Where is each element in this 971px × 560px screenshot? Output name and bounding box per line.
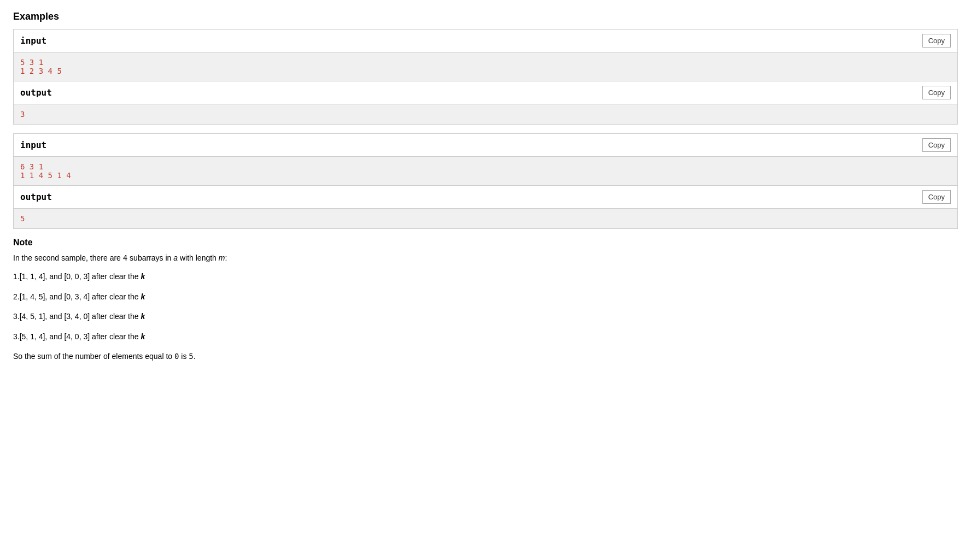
example1-output-content: 3 [14, 104, 957, 124]
note-section: Note In the second sample, there are 4 s… [13, 238, 958, 362]
note-item-3: 3.[4, 5, 1], and [3, 4, 0] after clear t… [13, 310, 958, 322]
page-section-title: Examples [13, 11, 958, 22]
example2-input-content: 6 3 1 1 1 4 5 1 4 [14, 157, 957, 186]
example1-input-copy-button[interactable]: Copy [922, 34, 951, 48]
example2-output-content: 5 [14, 209, 957, 228]
note-conclusion: So the sum of the number of elements equ… [13, 350, 958, 362]
example2-input-header: input Copy [14, 134, 957, 157]
example2-input-copy-button[interactable]: Copy [922, 138, 951, 152]
note-item-1: 1.[1, 1, 4], and [0, 0, 3] after clear t… [13, 270, 958, 282]
example2-output-label: output [20, 192, 52, 202]
example1-output-header: output Copy [14, 81, 957, 104]
note-item-2: 2.[1, 4, 5], and [0, 3, 4] after clear t… [13, 291, 958, 303]
example-block-2: input Copy 6 3 1 1 1 4 5 1 4 output Copy… [13, 133, 958, 229]
note-title: Note [13, 238, 958, 247]
example2-input-label: input [20, 140, 46, 150]
note-intro: In the second sample, there are 4 subarr… [13, 252, 958, 264]
example1-input-content: 5 3 1 1 2 3 4 5 [14, 52, 957, 81]
example1-input-header: input Copy [14, 30, 957, 52]
example1-input-label: input [20, 36, 46, 46]
example2-output-header: output Copy [14, 186, 957, 209]
example2-output-copy-button[interactable]: Copy [922, 190, 951, 204]
example1-output-copy-button[interactable]: Copy [922, 86, 951, 99]
note-item-4: 3.[5, 1, 4], and [4, 0, 3] after clear t… [13, 331, 958, 343]
example-block-1: input Copy 5 3 1 1 2 3 4 5 output Copy 3 [13, 29, 958, 125]
example1-output-label: output [20, 87, 52, 98]
